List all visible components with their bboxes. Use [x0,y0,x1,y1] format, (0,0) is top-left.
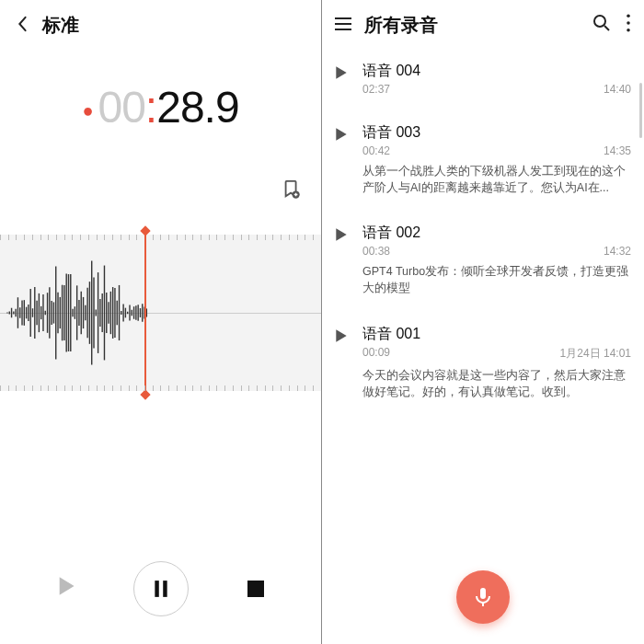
svg-point-70 [594,16,605,27]
recorder-title: 标准 [42,13,79,38]
bookmark-button[interactable] [282,179,301,204]
svg-rect-69 [164,581,167,597]
recordings-list: 语音 00402:3714:40语音 00300:4214:35从第一个战胜人类… [322,49,644,415]
recording-transcript: GPT4 Turbo发布：倾听全球开发者反馈，打造更强大的模型 [362,263,631,296]
mic-icon [472,586,494,608]
recording-name: 语音 004 [362,62,631,81]
waveform-cursor[interactable] [144,231,146,395]
recording-name: 语音 003 [362,123,631,143]
recordings-title: 所有录音 [364,13,592,38]
scrollbar[interactable] [639,83,642,138]
svg-rect-68 [155,581,159,597]
list-item[interactable]: 语音 00200:3814:32GPT4 Turbo发布：倾听全球开发者反馈，打… [335,211,631,311]
menu-button[interactable] [335,15,351,36]
recording-name: 语音 001 [362,325,631,344]
recording-time: 14:35 [604,144,631,157]
pause-button[interactable] [133,561,189,616]
play-icon[interactable] [335,62,362,96]
recording-transcript: 今天的会议内容就是这一些内容了，然后大家注意做好笔记。好的，有认真做笔记。收到。 [362,367,631,400]
more-button[interactable] [626,14,631,37]
play-icon[interactable] [335,123,362,196]
svg-point-71 [627,14,630,17]
recording-timer: ●00:28.9 [0,82,321,132]
svg-point-72 [627,21,630,25]
recording-name: 语音 002 [362,224,631,243]
recording-duration: 02:37 [362,83,390,96]
list-item[interactable]: 语音 00300:4214:35从第一个战胜人类的下级机器人发工到现在的这个产阶… [335,110,631,211]
stop-button[interactable] [247,581,264,597]
recording-time: 14:40 [604,83,631,96]
recorder-pane: 标准 ●00:28.9 [0,0,322,644]
waveform-svg [0,235,321,391]
recording-time: 14:32 [604,245,631,258]
play-icon[interactable] [335,224,362,296]
list-item[interactable]: 语音 00100:091月24日 14:01今天的会议内容就是这一些内容了，然后… [335,312,631,415]
search-button[interactable] [592,14,611,37]
recording-duration: 00:38 [362,245,390,258]
play-button[interactable] [57,576,75,602]
recording-duration: 00:42 [362,144,390,157]
list-item[interactable]: 语音 00402:3714:40 [335,49,631,110]
record-fab[interactable] [456,570,510,624]
recordings-header: 所有录音 [322,0,644,49]
recording-time: 1月24日 14:01 [560,346,631,362]
play-icon[interactable] [335,325,362,400]
waveform-ticks-bot [0,385,321,391]
recordings-pane: 所有录音 语音 00402:3714:40语音 00300:4214:35从第一… [322,0,644,644]
waveform[interactable] [0,235,321,391]
recorder-controls [0,561,321,616]
svg-point-73 [627,29,630,32]
record-indicator-icon: ● [82,100,92,121]
recorder-header: 标准 [0,0,321,45]
back-button[interactable] [15,14,29,38]
recording-transcript: 从第一个战胜人类的下级机器人发工到现在的这个产阶人与AI的距离越来越靠近了。您认… [362,163,631,196]
recording-duration: 00:09 [362,346,390,362]
